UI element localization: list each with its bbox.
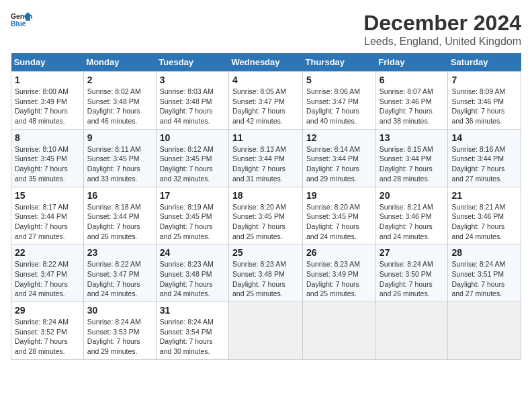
- calendar-cell: 20 Sunrise: 8:21 AMSunset: 3:46 PMDaylig…: [375, 187, 448, 244]
- day-detail: Sunrise: 8:14 AMSunset: 3:44 PMDaylight:…: [306, 144, 372, 184]
- calendar-cell: 1 Sunrise: 8:00 AMSunset: 3:49 PMDayligh…: [11, 72, 84, 130]
- calendar-table: SundayMondayTuesdayWednesdayThursdayFrid…: [11, 53, 521, 360]
- day-number: 7: [451, 75, 517, 85]
- header: General Blue December 2024 Leeds, Englan…: [11, 11, 521, 48]
- day-detail: Sunrise: 8:23 AMSunset: 3:48 PMDaylight:…: [160, 259, 225, 299]
- day-detail: Sunrise: 8:20 AMSunset: 3:45 PMDaylight:…: [306, 202, 372, 242]
- day-number: 28: [451, 247, 517, 258]
- calendar-cell: 2 Sunrise: 8:02 AMSunset: 3:48 PMDayligh…: [83, 72, 156, 130]
- calendar-week-row: 8 Sunrise: 8:10 AMSunset: 3:45 PMDayligh…: [11, 129, 521, 187]
- calendar-body: 1 Sunrise: 8:00 AMSunset: 3:49 PMDayligh…: [11, 72, 521, 360]
- day-number: 3: [160, 75, 225, 85]
- day-detail: Sunrise: 8:24 AMSunset: 3:53 PMDaylight:…: [87, 317, 152, 357]
- day-number: 10: [160, 132, 225, 143]
- day-detail: Sunrise: 8:17 AMSunset: 3:44 PMDaylight:…: [15, 202, 80, 242]
- day-detail: Sunrise: 8:22 AMSunset: 3:47 PMDaylight:…: [15, 259, 80, 299]
- calendar-subtitle: Leeds, England, United Kingdom: [363, 36, 521, 48]
- day-detail: Sunrise: 8:12 AMSunset: 3:45 PMDaylight:…: [160, 144, 225, 184]
- calendar-cell: 18 Sunrise: 8:20 AMSunset: 3:45 PMDaylig…: [229, 187, 303, 244]
- calendar-cell: 30 Sunrise: 8:24 AMSunset: 3:53 PMDaylig…: [83, 302, 156, 360]
- calendar-title: December 2024: [363, 11, 521, 36]
- day-detail: Sunrise: 8:23 AMSunset: 3:49 PMDaylight:…: [306, 259, 372, 299]
- calendar-cell: 29 Sunrise: 8:24 AMSunset: 3:52 PMDaylig…: [11, 302, 84, 360]
- calendar-week-row: 15 Sunrise: 8:17 AMSunset: 3:44 PMDaylig…: [11, 187, 521, 244]
- calendar-cell: 5 Sunrise: 8:06 AMSunset: 3:47 PMDayligh…: [303, 72, 376, 130]
- day-detail: Sunrise: 8:20 AMSunset: 3:45 PMDaylight:…: [232, 202, 299, 242]
- calendar-week-row: 29 Sunrise: 8:24 AMSunset: 3:52 PMDaylig…: [11, 302, 521, 360]
- day-number: 8: [15, 132, 80, 143]
- calendar-cell: [303, 302, 376, 360]
- calendar-cell: 31 Sunrise: 8:24 AMSunset: 3:54 PMDaylig…: [156, 302, 228, 360]
- day-number: 23: [87, 247, 152, 258]
- day-number: 16: [87, 190, 152, 201]
- day-number: 27: [380, 247, 445, 258]
- day-number: 12: [306, 132, 372, 143]
- svg-text:Blue: Blue: [11, 20, 26, 28]
- calendar-cell: 8 Sunrise: 8:10 AMSunset: 3:45 PMDayligh…: [11, 129, 84, 187]
- day-number: 2: [87, 75, 152, 85]
- calendar-cell: 16 Sunrise: 8:18 AMSunset: 3:44 PMDaylig…: [83, 187, 156, 244]
- col-header-friday: Friday: [375, 53, 448, 72]
- day-number: 14: [451, 132, 517, 143]
- calendar-cell: 10 Sunrise: 8:12 AMSunset: 3:45 PMDaylig…: [156, 129, 228, 187]
- day-detail: Sunrise: 8:18 AMSunset: 3:44 PMDaylight:…: [87, 202, 152, 242]
- calendar-week-row: 22 Sunrise: 8:22 AMSunset: 3:47 PMDaylig…: [11, 244, 521, 302]
- day-detail: Sunrise: 8:22 AMSunset: 3:47 PMDaylight:…: [87, 259, 152, 299]
- day-number: 19: [306, 190, 372, 201]
- calendar-cell: 28 Sunrise: 8:24 AMSunset: 3:51 PMDaylig…: [448, 244, 521, 302]
- calendar-cell: 24 Sunrise: 8:23 AMSunset: 3:48 PMDaylig…: [156, 244, 228, 302]
- title-area: December 2024 Leeds, England, United Kin…: [363, 11, 521, 48]
- day-number: 17: [160, 190, 225, 201]
- day-detail: Sunrise: 8:10 AMSunset: 3:45 PMDaylight:…: [15, 144, 80, 184]
- day-number: 6: [380, 75, 445, 85]
- day-number: 4: [232, 75, 299, 85]
- col-header-tuesday: Tuesday: [156, 53, 228, 72]
- calendar-cell: 15 Sunrise: 8:17 AMSunset: 3:44 PMDaylig…: [11, 187, 84, 244]
- day-detail: Sunrise: 8:05 AMSunset: 3:47 PMDaylight:…: [232, 87, 299, 126]
- calendar-cell: 9 Sunrise: 8:11 AMSunset: 3:45 PMDayligh…: [83, 129, 156, 187]
- day-detail: Sunrise: 8:24 AMSunset: 3:52 PMDaylight:…: [15, 317, 80, 357]
- col-header-sunday: Sunday: [11, 53, 84, 72]
- day-number: 5: [306, 75, 372, 85]
- calendar-header-row: SundayMondayTuesdayWednesdayThursdayFrid…: [11, 53, 521, 72]
- day-detail: Sunrise: 8:03 AMSunset: 3:48 PMDaylight:…: [160, 87, 225, 126]
- day-number: 24: [160, 247, 225, 258]
- day-detail: Sunrise: 8:09 AMSunset: 3:46 PMDaylight:…: [451, 87, 517, 126]
- calendar-cell: 25 Sunrise: 8:23 AMSunset: 3:48 PMDaylig…: [229, 244, 303, 302]
- calendar-cell: 4 Sunrise: 8:05 AMSunset: 3:47 PMDayligh…: [229, 72, 303, 130]
- day-number: 15: [15, 190, 80, 201]
- day-number: 30: [87, 305, 152, 316]
- day-detail: Sunrise: 8:11 AMSunset: 3:45 PMDaylight:…: [87, 144, 152, 184]
- day-number: 26: [306, 247, 372, 258]
- calendar-cell: 22 Sunrise: 8:22 AMSunset: 3:47 PMDaylig…: [11, 244, 84, 302]
- calendar-cell: 21 Sunrise: 8:21 AMSunset: 3:46 PMDaylig…: [448, 187, 521, 244]
- day-number: 9: [87, 132, 152, 143]
- calendar-cell: 23 Sunrise: 8:22 AMSunset: 3:47 PMDaylig…: [83, 244, 156, 302]
- calendar-cell: 26 Sunrise: 8:23 AMSunset: 3:49 PMDaylig…: [303, 244, 376, 302]
- day-number: 29: [15, 305, 80, 316]
- day-number: 25: [232, 247, 299, 258]
- day-detail: Sunrise: 8:21 AMSunset: 3:46 PMDaylight:…: [380, 202, 445, 242]
- day-detail: Sunrise: 8:24 AMSunset: 3:54 PMDaylight:…: [160, 317, 225, 357]
- day-detail: Sunrise: 8:23 AMSunset: 3:48 PMDaylight:…: [232, 259, 299, 299]
- calendar-cell: 11 Sunrise: 8:13 AMSunset: 3:44 PMDaylig…: [229, 129, 303, 187]
- col-header-thursday: Thursday: [303, 53, 376, 72]
- calendar-cell: 27 Sunrise: 8:24 AMSunset: 3:50 PMDaylig…: [375, 244, 448, 302]
- day-number: 20: [380, 190, 445, 201]
- calendar-cell: 3 Sunrise: 8:03 AMSunset: 3:48 PMDayligh…: [156, 72, 228, 130]
- logo-icon: General Blue: [11, 11, 32, 30]
- day-number: 13: [380, 132, 445, 143]
- day-number: 11: [232, 132, 299, 143]
- day-detail: Sunrise: 8:24 AMSunset: 3:50 PMDaylight:…: [380, 259, 445, 299]
- logo: General Blue: [11, 11, 32, 30]
- calendar-cell: [375, 302, 448, 360]
- calendar-cell: 13 Sunrise: 8:15 AMSunset: 3:44 PMDaylig…: [375, 129, 448, 187]
- day-number: 1: [15, 75, 80, 85]
- col-header-wednesday: Wednesday: [229, 53, 303, 72]
- calendar-cell: 19 Sunrise: 8:20 AMSunset: 3:45 PMDaylig…: [303, 187, 376, 244]
- day-detail: Sunrise: 8:00 AMSunset: 3:49 PMDaylight:…: [15, 87, 80, 126]
- day-detail: Sunrise: 8:16 AMSunset: 3:44 PMDaylight:…: [451, 144, 517, 184]
- col-header-saturday: Saturday: [448, 53, 521, 72]
- calendar-week-row: 1 Sunrise: 8:00 AMSunset: 3:49 PMDayligh…: [11, 72, 521, 130]
- day-detail: Sunrise: 8:15 AMSunset: 3:44 PMDaylight:…: [380, 144, 445, 184]
